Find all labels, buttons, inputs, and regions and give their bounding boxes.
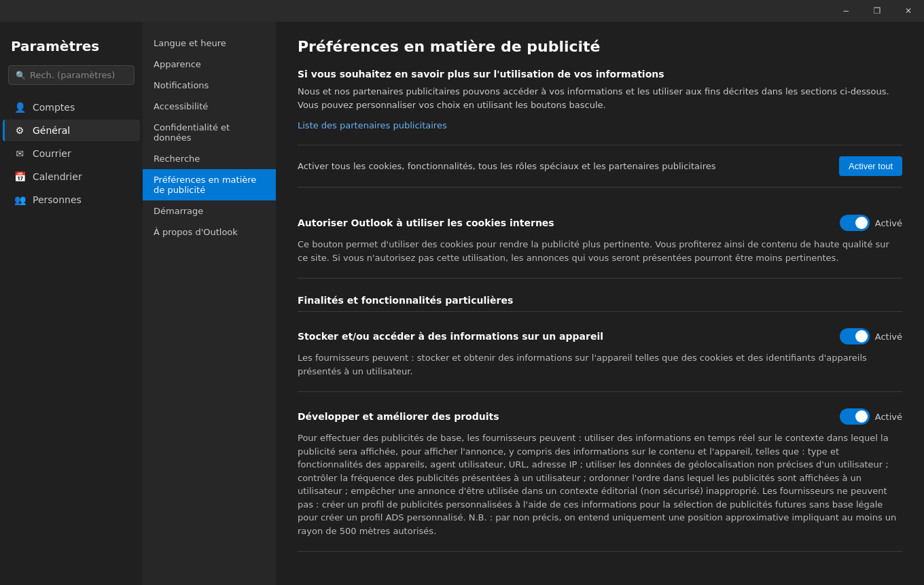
mid-item-notifications[interactable]: Notifications bbox=[143, 75, 276, 96]
toggle-cookies[interactable] bbox=[840, 215, 870, 231]
sidebar-item-label: Général bbox=[33, 125, 70, 136]
info-section: Si vous souhaitez en savoir plus sur l'u… bbox=[298, 69, 902, 131]
search-icon: 🔍 bbox=[16, 71, 26, 80]
sidebar-item-courrier[interactable]: ✉ Courrier bbox=[3, 143, 140, 164]
toggle-label-developper: Activé bbox=[875, 412, 902, 422]
info-title: Si vous souhaitez en savoir plus sur l'u… bbox=[298, 69, 902, 79]
toggle-container-developper: Activé bbox=[840, 408, 902, 425]
toggle-label: Activé bbox=[875, 218, 902, 228]
close-button[interactable]: ✕ bbox=[893, 0, 924, 22]
finalites-title: Finalités et fonctionnalités particulièr… bbox=[298, 295, 513, 306]
mid-item-apropos[interactable]: À propos d'Outlook bbox=[143, 221, 276, 243]
toggle-container: Activé bbox=[840, 215, 902, 231]
setting-header-developper: Développer et améliorer des produits Act… bbox=[298, 408, 902, 425]
mid-item-recherche[interactable]: Recherche bbox=[143, 148, 276, 169]
mid-panel: Langue et heure Apparence Notifications … bbox=[143, 22, 276, 585]
sidebar-item-comptes[interactable]: 👤 Comptes bbox=[3, 96, 140, 118]
mid-item-preferences[interactable]: Préférences en matière de publicité bbox=[143, 169, 276, 200]
mid-item-demarrage[interactable]: Démarrage bbox=[143, 200, 276, 221]
finalites-section: Finalités et fonctionnalités particulièr… bbox=[298, 281, 902, 312]
sidebar-item-label: Calendrier bbox=[33, 171, 82, 182]
sidebar-item-personnes[interactable]: 👥 Personnes bbox=[3, 189, 140, 211]
page-title: Préférences en matière de publicité bbox=[298, 38, 902, 55]
activate-all-row: Activer tous les cookies, fonctionnalité… bbox=[298, 145, 902, 188]
title-bar: − ❐ ✕ bbox=[0, 0, 924, 22]
mid-item-apparence[interactable]: Apparence bbox=[143, 54, 276, 75]
toggle-stocker[interactable] bbox=[840, 328, 870, 344]
activate-all-button[interactable]: Activer tout bbox=[839, 156, 902, 176]
search-box[interactable]: 🔍 Rech. (paramètres) bbox=[8, 65, 135, 85]
search-placeholder: Rech. (paramètres) bbox=[30, 70, 115, 80]
sidebar-item-label: Personnes bbox=[33, 194, 82, 205]
mid-item-langue[interactable]: Langue et heure bbox=[143, 33, 276, 54]
toggle-label-stocker: Activé bbox=[875, 332, 902, 342]
setting-title-stocker: Stocker et/ou accéder à des informations… bbox=[298, 331, 603, 342]
sidebar-item-calendrier[interactable]: 📅 Calendrier bbox=[3, 166, 140, 188]
mail-icon: ✉ bbox=[14, 148, 26, 159]
mid-item-confidentialite[interactable]: Confidentialité et données bbox=[143, 117, 276, 148]
activate-all-text: Activer tous les cookies, fonctionnalité… bbox=[298, 161, 839, 171]
sidebar-item-label: Comptes bbox=[33, 102, 75, 113]
setting-section-developper: Développer et améliorer des produits Act… bbox=[298, 395, 902, 552]
sidebar-item-general[interactable]: ⚙ Général bbox=[3, 120, 140, 141]
setting-description-stocker: Les fournisseurs peuvent : stocker et ob… bbox=[298, 351, 902, 378]
sidebar-title: Paramètres bbox=[0, 33, 143, 65]
person-icon: 👤 bbox=[14, 102, 26, 113]
setting-description-developper: Pour effectuer des publicités de base, l… bbox=[298, 431, 902, 537]
setting-header-stocker: Stocker et/ou accéder à des informations… bbox=[298, 328, 902, 344]
content-area: Préférences en matière de publicité Si v… bbox=[276, 22, 924, 585]
setting-section-cookies: Autoriser Outlook à utiliser les cookies… bbox=[298, 201, 902, 279]
setting-description: Ce bouton permet d'utiliser des cookies … bbox=[298, 238, 902, 264]
sidebar: Paramètres 🔍 Rech. (paramètres) 👤 Compte… bbox=[0, 22, 143, 585]
info-text: Nous et nos partenaires publicitaires po… bbox=[298, 85, 902, 111]
mid-item-accessibilite[interactable]: Accessibilité bbox=[143, 96, 276, 117]
app-container: Paramètres 🔍 Rech. (paramètres) 👤 Compte… bbox=[0, 22, 924, 585]
people-icon: 👥 bbox=[14, 194, 26, 205]
minimize-button[interactable]: − bbox=[830, 0, 861, 22]
sidebar-item-label: Courrier bbox=[33, 148, 71, 159]
setting-title: Autoriser Outlook à utiliser les cookies… bbox=[298, 217, 554, 228]
partners-link[interactable]: Liste des partenaires publicitaires bbox=[298, 120, 447, 130]
gear-icon: ⚙ bbox=[14, 125, 26, 136]
setting-title-developper: Développer et améliorer des produits bbox=[298, 411, 499, 422]
toggle-container-stocker: Activé bbox=[840, 328, 902, 344]
setting-header: Autoriser Outlook à utiliser les cookies… bbox=[298, 215, 902, 231]
calendar-icon: 📅 bbox=[14, 171, 26, 182]
toggle-developper[interactable] bbox=[840, 408, 870, 425]
setting-section-stocker: Stocker et/ou accéder à des informations… bbox=[298, 315, 902, 392]
maximize-button[interactable]: ❐ bbox=[861, 0, 893, 22]
